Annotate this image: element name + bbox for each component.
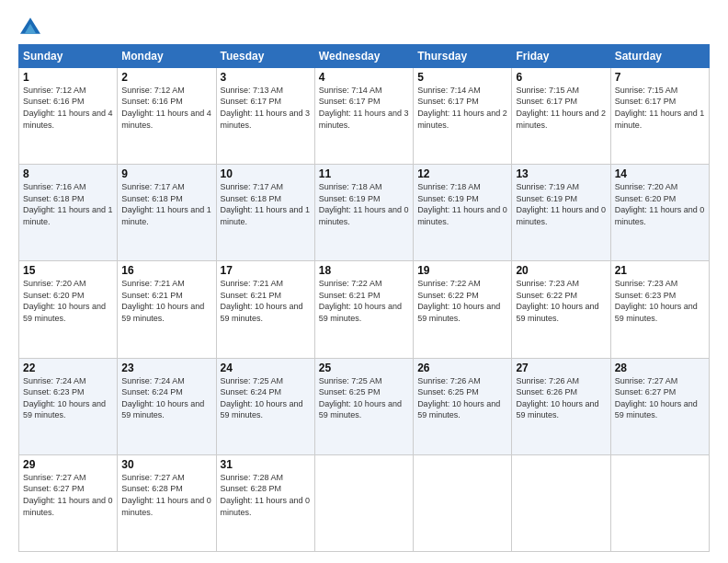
week-row-3: 15Sunrise: 7:20 AMSunset: 6:20 PMDayligh…: [19, 261, 710, 358]
day-number: 5: [417, 71, 507, 84]
calendar-cell: 5Sunrise: 7:14 AMSunset: 6:17 PMDaylight…: [414, 67, 512, 164]
day-header-tuesday: Tuesday: [216, 44, 314, 67]
day-header-friday: Friday: [512, 44, 610, 67]
calendar-cell: 28Sunrise: 7:27 AMSunset: 6:27 PMDayligh…: [610, 358, 709, 454]
calendar-cell: 21Sunrise: 7:23 AMSunset: 6:23 PMDayligh…: [610, 261, 709, 358]
day-number: 23: [121, 362, 211, 374]
calendar-cell: [610, 454, 709, 551]
day-number: 10: [221, 167, 311, 180]
day-number: 27: [516, 362, 606, 374]
day-info: Sunrise: 7:12 AMSunset: 6:16 PMDaylight:…: [23, 86, 113, 130]
day-header-monday: Monday: [118, 44, 216, 67]
calendar-cell: 22Sunrise: 7:24 AMSunset: 6:23 PMDayligh…: [19, 358, 118, 454]
day-number: 13: [516, 167, 606, 180]
calendar-cell: 27Sunrise: 7:26 AMSunset: 6:26 PMDayligh…: [512, 358, 610, 454]
day-info: Sunrise: 7:27 AMSunset: 6:27 PMDaylight:…: [615, 376, 698, 420]
calendar-cell: 23Sunrise: 7:24 AMSunset: 6:24 PMDayligh…: [118, 358, 216, 454]
calendar-cell: 7Sunrise: 7:15 AMSunset: 6:17 PMDaylight…: [610, 67, 709, 164]
calendar-cell: 3Sunrise: 7:13 AMSunset: 6:17 PMDaylight…: [216, 67, 314, 164]
day-number: 18: [319, 264, 409, 277]
day-number: 3: [221, 71, 311, 84]
day-header-sunday: Sunday: [19, 44, 118, 67]
day-header-thursday: Thursday: [414, 44, 512, 67]
day-info: Sunrise: 7:22 AMSunset: 6:22 PMDaylight:…: [417, 279, 500, 323]
day-number: 8: [23, 167, 113, 180]
week-row-4: 22Sunrise: 7:24 AMSunset: 6:23 PMDayligh…: [19, 358, 710, 454]
day-info: Sunrise: 7:27 AMSunset: 6:27 PMDaylight:…: [23, 473, 113, 517]
day-number: 26: [417, 362, 507, 374]
day-header-wednesday: Wednesday: [314, 44, 413, 67]
day-info: Sunrise: 7:18 AMSunset: 6:19 PMDaylight:…: [319, 182, 409, 226]
day-info: Sunrise: 7:18 AMSunset: 6:19 PMDaylight:…: [417, 182, 507, 226]
calendar-cell: 11Sunrise: 7:18 AMSunset: 6:19 PMDayligh…: [314, 165, 413, 261]
calendar-cell: 2Sunrise: 7:12 AMSunset: 6:16 PMDaylight…: [118, 67, 216, 164]
day-number: 15: [23, 264, 113, 277]
day-info: Sunrise: 7:16 AMSunset: 6:18 PMDaylight:…: [23, 182, 113, 226]
calendar-cell: 1Sunrise: 7:12 AMSunset: 6:16 PMDaylight…: [19, 67, 118, 164]
logo: [18, 17, 42, 35]
day-number: 4: [319, 71, 409, 84]
calendar-cell: 16Sunrise: 7:21 AMSunset: 6:21 PMDayligh…: [118, 261, 216, 358]
day-number: 30: [121, 458, 211, 471]
day-info: Sunrise: 7:21 AMSunset: 6:21 PMDaylight:…: [121, 279, 204, 323]
day-info: Sunrise: 7:26 AMSunset: 6:25 PMDaylight:…: [417, 376, 500, 420]
day-info: Sunrise: 7:25 AMSunset: 6:24 PMDaylight:…: [221, 376, 303, 420]
calendar-cell: 31Sunrise: 7:28 AMSunset: 6:28 PMDayligh…: [216, 454, 314, 551]
day-info: Sunrise: 7:23 AMSunset: 6:23 PMDaylight:…: [615, 279, 698, 323]
calendar-cell: 24Sunrise: 7:25 AMSunset: 6:24 PMDayligh…: [216, 358, 314, 454]
day-info: Sunrise: 7:27 AMSunset: 6:28 PMDaylight:…: [121, 473, 211, 517]
calendar-table: SundayMondayTuesdayWednesdayThursdayFrid…: [18, 44, 710, 552]
calendar-cell: [414, 454, 512, 551]
day-number: 1: [23, 71, 113, 84]
calendar-cell: 13Sunrise: 7:19 AMSunset: 6:19 PMDayligh…: [512, 165, 610, 261]
calendar-cell: 4Sunrise: 7:14 AMSunset: 6:17 PMDaylight…: [314, 67, 413, 164]
day-number: 12: [417, 167, 507, 180]
day-info: Sunrise: 7:17 AMSunset: 6:18 PMDaylight:…: [121, 182, 211, 226]
day-number: 16: [121, 264, 211, 277]
day-number: 14: [615, 167, 705, 180]
calendar-cell: 30Sunrise: 7:27 AMSunset: 6:28 PMDayligh…: [118, 454, 216, 551]
day-number: 9: [121, 167, 211, 180]
day-number: 20: [516, 264, 606, 277]
day-number: 24: [221, 362, 311, 374]
page: SundayMondayTuesdayWednesdayThursdayFrid…: [0, 0, 728, 563]
calendar-cell: [512, 454, 610, 551]
day-number: 17: [221, 264, 311, 277]
calendar-cell: 18Sunrise: 7:22 AMSunset: 6:21 PMDayligh…: [314, 261, 413, 358]
day-number: 29: [23, 458, 113, 471]
day-info: Sunrise: 7:12 AMSunset: 6:16 PMDaylight:…: [121, 86, 211, 130]
calendar-cell: 29Sunrise: 7:27 AMSunset: 6:27 PMDayligh…: [19, 454, 118, 551]
day-info: Sunrise: 7:24 AMSunset: 6:23 PMDaylight:…: [23, 376, 106, 420]
day-info: Sunrise: 7:19 AMSunset: 6:19 PMDaylight:…: [516, 182, 606, 226]
week-row-2: 8Sunrise: 7:16 AMSunset: 6:18 PMDaylight…: [19, 165, 710, 261]
calendar-cell: [314, 454, 413, 551]
day-info: Sunrise: 7:14 AMSunset: 6:17 PMDaylight:…: [417, 86, 507, 130]
calendar-cell: 25Sunrise: 7:25 AMSunset: 6:25 PMDayligh…: [314, 358, 413, 454]
day-info: Sunrise: 7:23 AMSunset: 6:22 PMDaylight:…: [516, 279, 598, 323]
calendar-cell: 14Sunrise: 7:20 AMSunset: 6:20 PMDayligh…: [610, 165, 709, 261]
day-number: 19: [417, 264, 507, 277]
calendar-cell: 19Sunrise: 7:22 AMSunset: 6:22 PMDayligh…: [414, 261, 512, 358]
day-info: Sunrise: 7:20 AMSunset: 6:20 PMDaylight:…: [23, 279, 106, 323]
day-info: Sunrise: 7:24 AMSunset: 6:24 PMDaylight:…: [121, 376, 204, 420]
day-info: Sunrise: 7:22 AMSunset: 6:21 PMDaylight:…: [319, 279, 402, 323]
calendar-cell: 26Sunrise: 7:26 AMSunset: 6:25 PMDayligh…: [414, 358, 512, 454]
week-row-1: 1Sunrise: 7:12 AMSunset: 6:16 PMDaylight…: [19, 67, 710, 164]
calendar-cell: 8Sunrise: 7:16 AMSunset: 6:18 PMDaylight…: [19, 165, 118, 261]
calendar-cell: 12Sunrise: 7:18 AMSunset: 6:19 PMDayligh…: [414, 165, 512, 261]
day-info: Sunrise: 7:26 AMSunset: 6:26 PMDaylight:…: [516, 376, 598, 420]
day-info: Sunrise: 7:15 AMSunset: 6:17 PMDaylight:…: [516, 86, 606, 130]
calendar-cell: 15Sunrise: 7:20 AMSunset: 6:20 PMDayligh…: [19, 261, 118, 358]
logo-text: [18, 17, 40, 35]
day-info: Sunrise: 7:14 AMSunset: 6:17 PMDaylight:…: [319, 86, 409, 130]
day-number: 7: [615, 71, 705, 84]
day-info: Sunrise: 7:17 AMSunset: 6:18 PMDaylight:…: [221, 182, 311, 226]
day-info: Sunrise: 7:15 AMSunset: 6:17 PMDaylight:…: [615, 86, 705, 130]
day-number: 31: [221, 458, 311, 471]
day-number: 2: [121, 71, 211, 84]
day-number: 6: [516, 71, 606, 84]
calendar-body: 1Sunrise: 7:12 AMSunset: 6:16 PMDaylight…: [19, 67, 710, 551]
day-number: 25: [319, 362, 409, 374]
day-info: Sunrise: 7:20 AMSunset: 6:20 PMDaylight:…: [615, 182, 705, 226]
calendar-cell: 20Sunrise: 7:23 AMSunset: 6:22 PMDayligh…: [512, 261, 610, 358]
